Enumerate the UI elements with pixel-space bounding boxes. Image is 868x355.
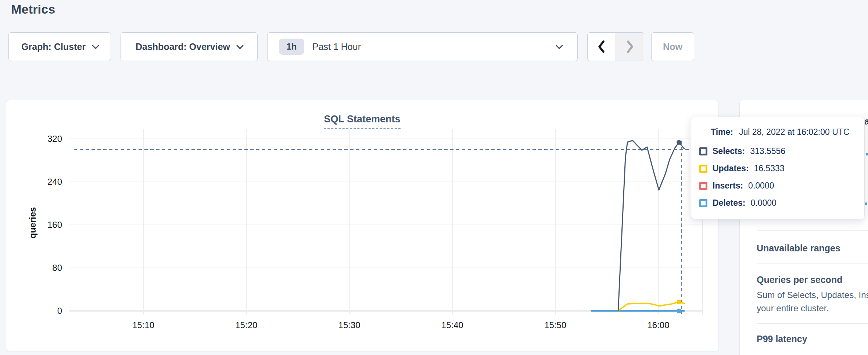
page-title: Metrics bbox=[11, 2, 55, 17]
y-tick-label: 80 bbox=[52, 263, 62, 273]
time-range-badge: 1h bbox=[279, 39, 304, 55]
divider bbox=[757, 230, 868, 231]
tooltip-row-value: 0.0000 bbox=[750, 198, 776, 208]
time-back-button[interactable] bbox=[588, 33, 616, 61]
sidebar-description-queries-per-second: Sum of Selects, Updates, Inser your enti… bbox=[757, 288, 868, 315]
x-tick-label: 15:30 bbox=[338, 320, 361, 330]
series-line-selects bbox=[618, 140, 684, 311]
sql-statements-chart[interactable]: 08016024032015:1015:2015:3015:4015:5016:… bbox=[6, 100, 718, 351]
selects-legend-swatch-icon bbox=[699, 147, 707, 155]
time-range-label: Past 1 Hour bbox=[312, 42, 361, 52]
x-tick-label: 15:20 bbox=[235, 320, 257, 330]
y-tick-label: 320 bbox=[47, 134, 62, 144]
tooltip-row-deletes: Deletes: 0.0000 bbox=[699, 198, 776, 208]
y-tick-label: 160 bbox=[47, 220, 62, 230]
tooltip-time-row: Time:Jul 28, 2022 at 16:02:00 UTC bbox=[711, 127, 849, 137]
tooltip-row-value: 0.0000 bbox=[748, 181, 774, 191]
updates-legend-swatch-icon bbox=[699, 165, 707, 173]
dashboard-dropdown[interactable]: Dashboard: Overview bbox=[121, 32, 258, 61]
clipped-heading-fragment: a bbox=[864, 116, 868, 127]
tooltip-row-value: 313.5556 bbox=[750, 146, 785, 156]
time-forward-button[interactable] bbox=[616, 33, 644, 61]
tooltip-row-label: Deletes: bbox=[713, 198, 745, 208]
clipped-sidebar-fragment bbox=[865, 202, 867, 205]
hover-dot-deletes bbox=[677, 309, 681, 313]
tooltip-row-value: 16.5333 bbox=[754, 164, 784, 173]
chevron-right-icon bbox=[625, 40, 634, 53]
y-tick-label: 0 bbox=[57, 306, 62, 316]
x-tick-label: 15:40 bbox=[441, 320, 463, 330]
x-tick-label: 15:50 bbox=[544, 320, 566, 330]
sql-statements-card: SQL Statements queries 08016024032015:10… bbox=[6, 100, 718, 351]
y-tick-label: 240 bbox=[47, 177, 62, 187]
chart-hover-tooltip: Time:Jul 28, 2022 at 16:02:00 UTC Select… bbox=[691, 117, 865, 219]
graph-dropdown[interactable]: Graph: Cluster bbox=[8, 32, 111, 61]
sidebar-heading-queries-per-second: Queries per second bbox=[757, 275, 842, 285]
chevron-down-icon bbox=[92, 42, 99, 49]
hover-dot-selects bbox=[677, 140, 681, 145]
graph-dropdown-label: Graph: Cluster bbox=[21, 42, 86, 52]
tooltip-row-selects: Selects: 313.5556 bbox=[699, 146, 785, 156]
x-tick-label: 16:00 bbox=[647, 320, 669, 330]
divider bbox=[757, 323, 868, 324]
tooltip-row-label: Inserts: bbox=[713, 181, 743, 191]
deletes-legend-swatch-icon bbox=[699, 199, 707, 207]
divider bbox=[757, 263, 868, 264]
tooltip-row-label: Selects: bbox=[713, 146, 745, 156]
hover-dot-updates bbox=[677, 300, 681, 304]
tooltip-time-value: Jul 28, 2022 at 16:02:00 UTC bbox=[739, 127, 849, 137]
series-line-updates bbox=[618, 302, 684, 311]
chevron-left-icon bbox=[597, 40, 606, 53]
tooltip-row-updates: Updates: 16.5333 bbox=[699, 164, 785, 173]
time-nav-group bbox=[587, 32, 644, 61]
tooltip-time-label: Time: bbox=[711, 127, 733, 137]
clipped-sidebar-fragment bbox=[866, 153, 868, 155]
chevron-down-icon bbox=[556, 42, 563, 49]
x-tick-label: 15:10 bbox=[132, 320, 154, 330]
inserts-legend-swatch-icon bbox=[699, 182, 707, 190]
chevron-down-icon bbox=[236, 42, 244, 49]
sidebar-heading-p99-latency: P99 latency bbox=[757, 334, 807, 344]
now-button[interactable]: Now bbox=[651, 32, 694, 61]
dashboard-dropdown-label: Dashboard: Overview bbox=[136, 42, 230, 52]
sidebar-heading-unavailable-ranges: Unavailable ranges bbox=[757, 243, 840, 254]
tooltip-row-label: Updates: bbox=[713, 164, 749, 173]
tooltip-row-inserts: Inserts: 0.0000 bbox=[699, 181, 774, 191]
time-range-dropdown[interactable]: 1h Past 1 Hour bbox=[267, 32, 578, 61]
